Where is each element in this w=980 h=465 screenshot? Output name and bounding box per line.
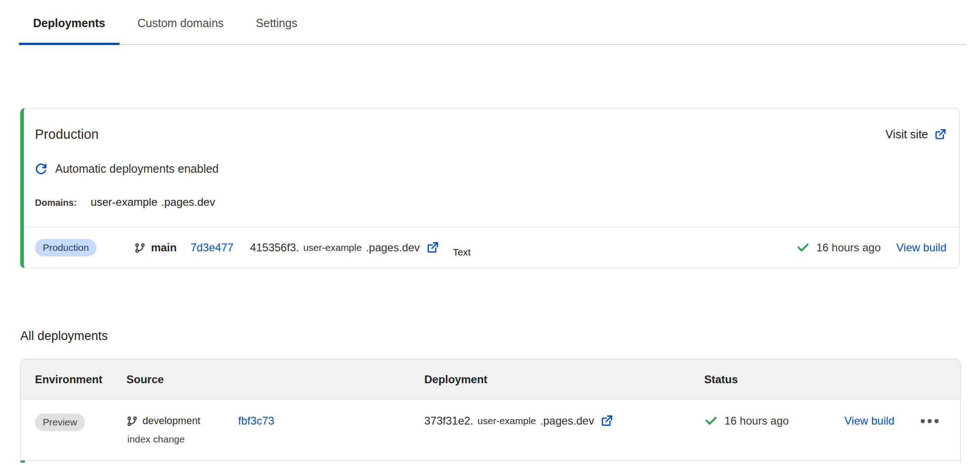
tab-deployments[interactable]: Deployments [19,3,120,45]
ellipsis-icon [934,419,939,423]
domain-value: user-example .pages.dev [91,196,215,209]
url-name: user-example [478,414,536,428]
commit-message: index change [127,433,424,446]
table-header-row: Environment Source Deployment Status [21,359,960,400]
branch-group: main [134,241,177,254]
environment-cell: Preview [35,414,126,431]
tab-custom-domains[interactable]: Custom domains [123,3,238,45]
domains-row: Domains: user-example .pages.dev [24,176,959,227]
column-header-status: Status [704,373,844,386]
production-title: Production [35,127,99,142]
url-hash: 415356f3. [250,241,299,254]
deploy-time: 16 hours ago [724,414,789,428]
ellipsis-icon [928,419,932,423]
view-build-link[interactable]: View build [896,241,946,254]
visit-site-label: Visit site [885,128,928,141]
environment-badge: Preview [35,414,85,431]
external-link-icon [600,414,613,427]
production-card-header: Production Visit site [24,108,959,142]
check-icon [796,241,810,255]
tab-settings[interactable]: Settings [242,3,312,45]
column-header-source: Source [126,373,424,386]
url-suffix: .pages.dev [540,414,594,428]
actions-cell: View build [844,414,960,428]
next-row-accent [21,460,25,463]
environment-badge: Production [35,239,97,256]
production-row-status: 16 hours ago View build [796,241,946,255]
url-hash: 373f31e2. [424,414,473,428]
column-header-deployment: Deployment [424,373,704,386]
external-link-icon [934,128,946,141]
git-branch-icon [126,415,138,427]
commit-link[interactable]: 7d3e477 [190,241,233,254]
external-link-icon [426,241,439,254]
all-deployments-title: All deployments [20,329,980,343]
next-row-partial [21,460,960,463]
table-row: Preview development fbf3c73 [21,400,960,460]
visit-site-link[interactable]: Visit site [885,128,946,141]
production-deployment-row: Production main 7d3e477 415356f3. user-e… [24,227,959,268]
view-build-link[interactable]: View build [844,414,895,428]
refresh-icon [35,163,47,175]
deploy-time: 16 hours ago [816,241,881,254]
automatic-deployments-label: Automatic deployments enabled [55,162,219,176]
row-menu-button[interactable] [920,416,940,426]
domain-name: user-example [91,196,157,209]
status-cell: 16 hours ago [704,414,844,428]
url-name: user-example [303,242,362,253]
commit-link[interactable]: fbf3c73 [238,414,274,428]
column-header-environment: Environment [35,373,126,386]
production-card: Production Visit site Automa [20,108,960,268]
url-suffix: .pages.dev [366,241,420,254]
branch-name: development [142,414,200,428]
check-icon [704,414,718,428]
automatic-deployments-row: Automatic deployments enabled [24,142,959,176]
branch-name: main [151,241,177,254]
git-branch-icon [134,242,146,254]
ellipsis-icon [921,419,925,423]
deployments-table: Environment Source Deployment Status Pre… [20,359,961,463]
pages-project-screen: Deployments Custom domains Settings Prod… [0,0,980,465]
domain-suffix: .pages.dev [161,196,215,209]
tab-bar: Deployments Custom domains Settings [19,0,966,45]
deployment-url-link[interactable]: 415356f3. user-example .pages.dev [250,241,439,254]
note-text: Text [453,247,471,258]
deployment-url-link[interactable]: 373f31e2. user-example .pages.dev [424,414,704,428]
domains-label: Domains: [35,198,77,208]
source-cell: development fbf3c73 index change [126,414,424,446]
